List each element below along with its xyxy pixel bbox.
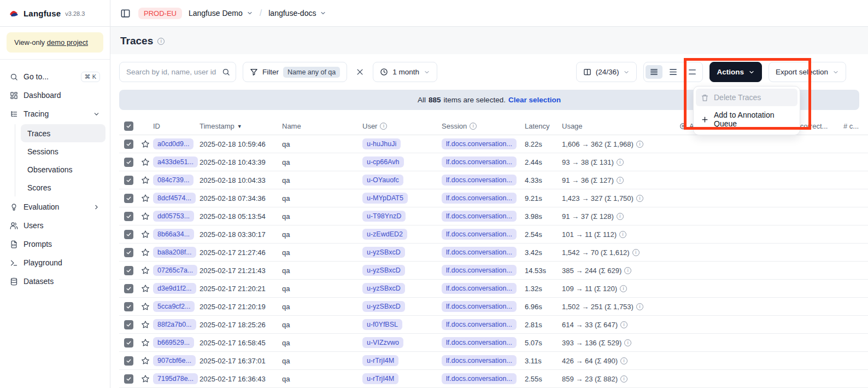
trace-id-badge[interactable]: 084c739... (153, 175, 193, 186)
sidebar-item-sessions[interactable]: Sessions (21, 142, 105, 160)
header-extra[interactable]: # c... (843, 122, 868, 130)
favorite-star-icon[interactable] (141, 356, 150, 365)
favorite-star-icon[interactable] (141, 140, 150, 148)
session-badge[interactable]: lf.docs.conversation... (442, 355, 517, 366)
session-badge[interactable]: lf.docs.conversation... (442, 301, 517, 312)
table-row[interactable]: 907cbf6e... 2025-02-17 16:37:01 qa u-rTr… (119, 352, 868, 370)
info-icon[interactable]: i (636, 195, 643, 202)
menu-item-add-to-annotation-queue[interactable]: Add to Annotation Queue (696, 106, 797, 132)
sidebar-item-prompts[interactable]: Prompts (4, 235, 105, 253)
info-icon[interactable]: i (632, 249, 640, 256)
row-checkbox[interactable] (124, 320, 133, 329)
info-icon[interactable]: i (157, 38, 165, 45)
info-icon[interactable]: i (620, 375, 627, 383)
table-row[interactable]: 8dcf4574... 2025-02-18 07:34:36 qa u-MYp… (119, 189, 868, 207)
row-checkbox[interactable] (124, 230, 133, 239)
info-icon[interactable]: i (617, 213, 624, 220)
project-breadcrumb[interactable]: langfuse-docs (268, 9, 326, 18)
info-icon[interactable]: i (470, 123, 477, 130)
user-badge[interactable]: u-MYpDAT5 (362, 193, 408, 204)
trace-id-badge[interactable]: dd05753... (153, 211, 194, 222)
goto-search[interactable]: Go to... ⌘ K (4, 67, 105, 86)
row-checkbox[interactable] (124, 302, 133, 311)
info-icon[interactable]: i (620, 357, 627, 364)
search-icon[interactable] (222, 68, 230, 76)
favorite-star-icon[interactable] (141, 230, 150, 239)
search-input[interactable] (126, 68, 218, 76)
info-icon[interactable]: i (617, 159, 624, 166)
favorite-star-icon[interactable] (141, 338, 150, 347)
table-row[interactable]: 084c739... 2025-02-18 10:04:33 qa u-OYau… (119, 171, 868, 189)
org-breadcrumb[interactable]: Langfuse Demo (189, 9, 253, 18)
sidebar-item-dashboard[interactable]: Dashboard (4, 86, 105, 105)
user-badge[interactable]: u-OYauofc (362, 175, 403, 186)
header-latency[interactable]: Latency (525, 122, 562, 130)
info-icon[interactable]: i (619, 231, 626, 238)
row-checkbox[interactable] (124, 212, 133, 221)
table-row[interactable]: ba8a208f... 2025-02-17 21:27:46 qa u-yzS… (119, 244, 868, 262)
trace-id-badge[interactable]: b669529... (153, 337, 194, 348)
favorite-star-icon[interactable] (141, 248, 150, 257)
session-badge[interactable]: lf.docs.conversation... (442, 283, 517, 294)
session-badge[interactable]: lf.docs.conversation... (442, 247, 517, 258)
clear-filter-icon[interactable] (354, 66, 366, 78)
row-checkbox[interactable] (124, 356, 133, 366)
info-icon[interactable]: i (624, 267, 631, 274)
session-badge[interactable]: lf.docs.conversation... (442, 337, 517, 348)
export-selection-button[interactable]: Export selection (769, 62, 846, 82)
trace-id-badge[interactable]: d3e9d1f2... (153, 283, 196, 294)
user-badge[interactable]: u-rTrjI4M (362, 355, 398, 366)
trace-id-badge[interactable]: 88f2a7b0... (153, 319, 196, 330)
user-badge[interactable]: u-zEwdED2 (362, 229, 407, 240)
row-height-medium-icon[interactable] (665, 65, 682, 79)
info-icon[interactable]: i (617, 177, 624, 184)
sidebar-item-datasets[interactable]: Datasets (4, 272, 105, 291)
table-row[interactable]: a433de51... 2025-02-18 10:43:39 qa u-cp6… (119, 153, 868, 171)
user-badge[interactable]: u-f0YfBSL (362, 319, 402, 330)
columns-button[interactable]: (24/36) (576, 62, 637, 82)
row-checkbox[interactable] (124, 266, 133, 275)
trace-id-badge[interactable]: 5cca9cf2... (153, 301, 195, 312)
info-icon[interactable]: i (620, 285, 627, 292)
user-badge[interactable]: u-T98YnzD (362, 211, 406, 222)
favorite-star-icon[interactable] (141, 176, 150, 184)
table-row[interactable]: 5cca9cf2... 2025-02-17 21:20:19 qa u-yzS… (119, 298, 868, 316)
header-user[interactable]: Useri (362, 122, 442, 130)
user-badge[interactable]: u-rTrjI4M (362, 373, 398, 384)
sidebar-item-tracing[interactable]: Tracing (4, 105, 105, 123)
row-checkbox[interactable] (124, 374, 133, 384)
table-row[interactable]: 8b66a34... 2025-02-18 03:30:17 qa u-zEwd… (119, 225, 868, 244)
info-icon[interactable]: i (636, 303, 643, 310)
session-badge[interactable]: lf.docs.conversation... (442, 229, 517, 240)
user-badge[interactable]: u-cp66Avh (362, 157, 404, 167)
row-checkbox[interactable] (124, 284, 133, 293)
info-icon[interactable]: i (620, 321, 627, 328)
trace-id-badge[interactable]: ba8a208f... (153, 247, 196, 258)
info-icon[interactable]: i (624, 339, 631, 346)
header-usage[interactable]: Usage (562, 122, 679, 130)
row-height-large-icon[interactable] (684, 65, 701, 79)
session-badge[interactable]: lf.docs.conversation... (442, 138, 517, 149)
favorite-star-icon[interactable] (141, 302, 150, 311)
user-badge[interactable]: u-yzSBxcD (362, 301, 405, 312)
row-checkbox[interactable] (124, 338, 133, 348)
trace-id-badge[interactable]: a0cd0d9... (153, 138, 193, 149)
table-row[interactable]: 07265c7a... 2025-02-17 21:21:43 qa u-yzS… (119, 262, 868, 280)
trace-id-badge[interactable]: 07265c7a... (153, 265, 197, 276)
user-badge[interactable]: u-yzSBxcD (362, 283, 405, 294)
table-row[interactable]: 7195d78e... 2025-02-17 16:36:43 qa u-rTr… (119, 370, 868, 388)
menu-item-delete-traces[interactable]: Delete Traces (696, 89, 797, 106)
user-badge[interactable]: u-huJhuJi (362, 138, 401, 149)
sidebar-item-scores[interactable]: Scores (21, 178, 105, 196)
favorite-star-icon[interactable] (141, 266, 150, 275)
row-checkbox[interactable] (124, 248, 133, 257)
table-row[interactable]: dd05753... 2025-02-18 05:13:54 qa u-T98Y… (119, 207, 868, 225)
session-badge[interactable]: lf.docs.conversation... (442, 175, 517, 186)
session-badge[interactable]: lf.docs.conversation... (442, 193, 517, 204)
session-badge[interactable]: lf.docs.conversation... (442, 265, 517, 276)
sidebar-item-traces[interactable]: Traces (21, 124, 105, 142)
user-badge[interactable]: u-VIZzvwo (362, 337, 403, 348)
header-name[interactable]: Name (282, 122, 362, 130)
sidebar-item-playground[interactable]: Playground (4, 253, 105, 272)
row-checkbox[interactable] (124, 176, 133, 185)
